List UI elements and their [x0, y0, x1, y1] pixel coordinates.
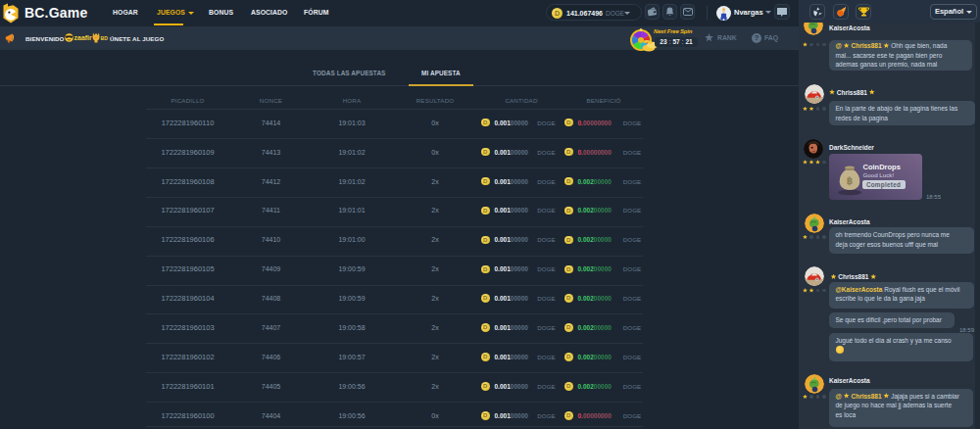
svg-text:฿: ฿	[846, 175, 852, 186]
